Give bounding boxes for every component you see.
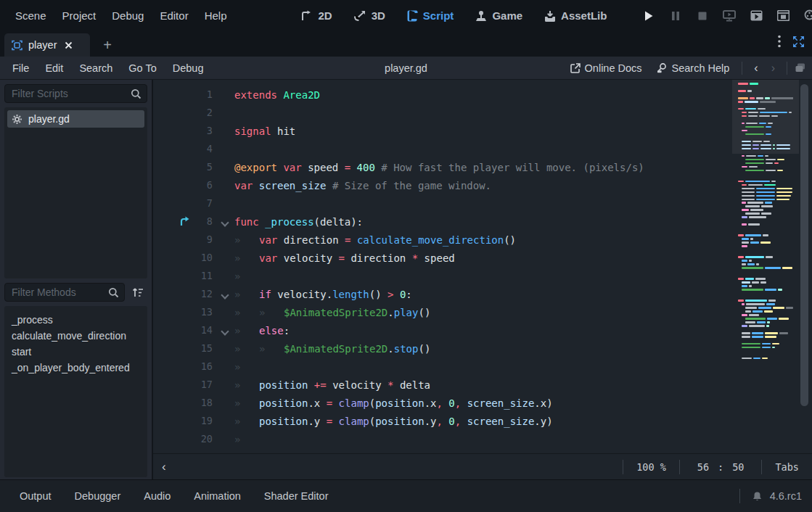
stop-button[interactable] xyxy=(694,8,710,24)
code-line[interactable]: 19»position.y = clamp(position.y, 0, scr… xyxy=(153,412,734,430)
script-menu-edit[interactable]: Edit xyxy=(37,59,71,77)
code-line[interactable]: 20» xyxy=(153,430,734,448)
menu-editor[interactable]: Editor xyxy=(152,5,196,26)
code-line[interactable]: 3signal hit xyxy=(153,122,734,140)
code-line[interactable]: 17»position += velocity * delta xyxy=(153,376,734,394)
search-help-button[interactable]: Search Help xyxy=(652,60,735,76)
code-gutter[interactable]: 16 xyxy=(153,358,234,376)
code-line[interactable]: 8func _process(delta): xyxy=(153,212,734,231)
code-line[interactable]: 11» xyxy=(153,267,734,285)
code-line[interactable]: 2 xyxy=(153,104,734,122)
menu-scene[interactable]: Scene xyxy=(7,5,54,26)
minimap[interactable] xyxy=(737,80,795,453)
new-tab-button[interactable]: + xyxy=(99,36,116,54)
code-gutter[interactable]: 19 xyxy=(153,412,234,430)
vertical-scrollbar[interactable] xyxy=(800,81,809,452)
code-gutter[interactable]: 8 xyxy=(153,212,234,231)
online-docs-button[interactable]: Online Docs xyxy=(565,60,647,76)
code-gutter[interactable]: 11 xyxy=(153,267,234,285)
script-menu-go-to[interactable]: Go To xyxy=(120,59,164,77)
fold-arrow-icon[interactable] xyxy=(221,327,229,335)
method-item-_process[interactable]: _process xyxy=(4,312,147,328)
code-editor[interactable]: 1extends Area2D23signal hit45@export var… xyxy=(153,80,812,453)
workspace-game[interactable]: Game xyxy=(469,6,529,25)
fold-arrow-icon[interactable] xyxy=(221,218,229,226)
indent-mode[interactable]: Tabs xyxy=(761,460,812,474)
bottom-tab-animation[interactable]: Animation xyxy=(186,487,248,505)
code-line[interactable]: 5@export var speed = 400 # How fast the … xyxy=(153,158,734,176)
code-gutter[interactable]: 13 xyxy=(153,303,234,321)
script-menu-debug[interactable]: Debug xyxy=(165,59,212,77)
tab-player[interactable]: player xyxy=(4,33,90,57)
code-line[interactable]: 14»else: xyxy=(153,321,734,339)
history-forward-button[interactable]: › xyxy=(767,62,779,75)
bottom-tab-audio[interactable]: Audio xyxy=(136,487,179,505)
code-line[interactable]: 15»»$AnimatedSprite2D.stop() xyxy=(153,339,734,358)
workspace-assetlib[interactable]: AssetLib xyxy=(538,6,613,25)
code-gutter[interactable]: 5 xyxy=(153,158,234,176)
method-item-start[interactable]: start xyxy=(4,344,147,360)
caret-line: 56 xyxy=(693,461,713,473)
code-line[interactable]: 18»position.x = clamp(position.x, 0, scr… xyxy=(153,394,734,412)
zoom-level[interactable]: 100 % xyxy=(623,460,679,474)
fold-arrow-icon[interactable] xyxy=(221,291,229,299)
code-gutter[interactable]: 2 xyxy=(153,104,234,122)
remote-deploy-button[interactable] xyxy=(721,8,737,24)
code-gutter[interactable]: 7 xyxy=(153,194,234,212)
code-line[interactable]: 9»var direction = calculate_move_directi… xyxy=(153,231,734,249)
movie-maker-button[interactable] xyxy=(802,8,812,24)
bottom-tab-debugger[interactable]: Debugger xyxy=(67,487,129,505)
code-gutter[interactable]: 9 xyxy=(153,231,234,249)
minimap-row xyxy=(738,314,793,316)
play-custom-scene-button[interactable] xyxy=(775,8,791,24)
script-menu-file[interactable]: File xyxy=(4,59,37,77)
code-line[interactable]: 13»»$AnimatedSprite2D.play() xyxy=(153,303,734,321)
code-gutter[interactable]: 12 xyxy=(153,285,234,303)
history-back-button[interactable]: ‹ xyxy=(750,62,762,75)
sort-methods-button[interactable] xyxy=(128,283,147,302)
script-menu-search[interactable]: Search xyxy=(71,59,120,77)
play-button[interactable] xyxy=(641,8,657,24)
code-gutter[interactable]: 17 xyxy=(153,376,234,394)
code-gutter[interactable]: 4 xyxy=(153,140,234,158)
script-item-player.gd[interactable]: player.gd xyxy=(7,110,144,128)
workspace-label: 3D xyxy=(372,9,385,22)
close-tab-icon[interactable] xyxy=(65,41,73,49)
code-gutter[interactable]: 18 xyxy=(153,394,234,412)
code-line[interactable]: 1extends Area2D xyxy=(153,86,734,104)
menu-debug[interactable]: Debug xyxy=(104,5,152,26)
minimap-segment xyxy=(776,199,790,201)
bottom-tab-output[interactable]: Output xyxy=(12,487,60,505)
code-gutter[interactable]: 1 xyxy=(153,86,234,104)
code-line[interactable]: 12»if velocity.length() > 0: xyxy=(153,285,734,303)
pause-button[interactable] xyxy=(668,8,684,24)
code-gutter[interactable]: 15 xyxy=(153,339,234,358)
method-item-_on_player_body_entered[interactable]: _on_player_body_entered xyxy=(4,360,147,376)
code-line[interactable]: 4 xyxy=(153,140,734,158)
code-gutter[interactable]: 10 xyxy=(153,249,234,267)
script-list-menu-icon[interactable] xyxy=(778,35,781,48)
code-gutter[interactable]: 3 xyxy=(153,122,234,140)
scrollbar-thumb[interactable] xyxy=(800,84,808,406)
code-gutter[interactable]: 14 xyxy=(153,321,234,339)
workspace-3d[interactable]: 3D xyxy=(348,6,392,25)
menu-project[interactable]: Project xyxy=(54,5,104,26)
code-line[interactable]: 6var screen_size # Size of the game wind… xyxy=(153,176,734,194)
workspace-script[interactable]: Script xyxy=(401,6,461,25)
code-gutter[interactable]: 20 xyxy=(153,430,234,448)
filter-methods-input[interactable]: Filter Methods xyxy=(4,283,125,302)
play-scene-button[interactable] xyxy=(748,8,764,24)
workspace-2d[interactable]: 2D xyxy=(294,6,338,25)
code-gutter[interactable]: 6 xyxy=(153,176,234,194)
collapse-scripts-panel-button[interactable]: ‹ xyxy=(153,460,175,474)
code-line[interactable]: 7 xyxy=(153,194,734,212)
bell-icon[interactable] xyxy=(752,491,763,502)
make-floating-icon[interactable] xyxy=(795,62,806,73)
bottom-tab-shader-editor[interactable]: Shader Editor xyxy=(256,487,337,505)
method-item-calculate_move_direction[interactable]: calculate_move_direction xyxy=(4,328,147,344)
menu-help[interactable]: Help xyxy=(197,5,235,26)
code-line[interactable]: 16» xyxy=(153,358,734,376)
distraction-free-icon[interactable] xyxy=(792,36,805,48)
code-line[interactable]: 10»var velocity = direction * speed xyxy=(153,249,734,267)
filter-scripts-input[interactable]: Filter Scripts xyxy=(4,84,147,103)
